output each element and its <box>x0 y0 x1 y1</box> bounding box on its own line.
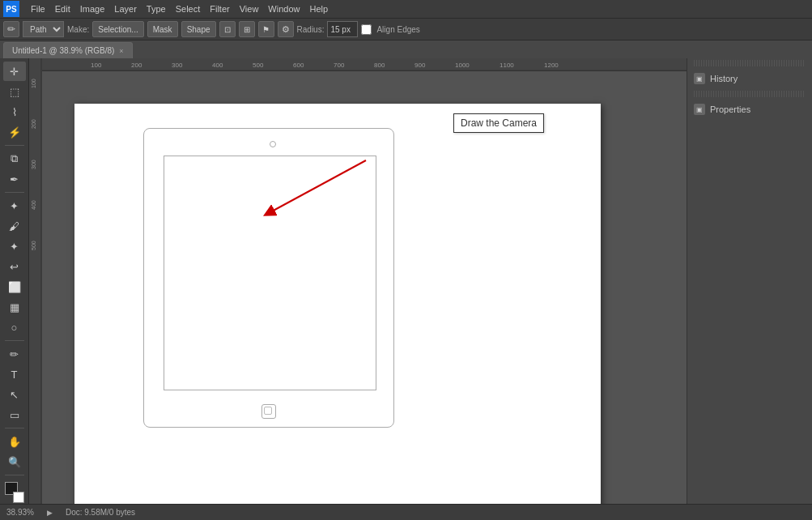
logo-text: PS <box>6 5 16 14</box>
canvas-inner: Draw the Camera <box>42 71 687 504</box>
lasso-tool-btn[interactable]: ⌇ <box>3 102 26 121</box>
properties-panel-header[interactable]: ▣ Properties <box>687 99 812 120</box>
panel-drag-history <box>694 60 806 66</box>
svg-text:1100: 1100 <box>500 62 514 69</box>
ruler-h-svg: 100 200 300 400 500 600 700 800 900 1000… <box>42 58 687 71</box>
options-bar: ✏ Path Make: Selection... Mask Shape ⊡ ⊞… <box>0 18 812 40</box>
path-select-tool-btn[interactable]: ↖ <box>3 385 26 404</box>
color-swatches <box>3 482 26 503</box>
svg-text:400: 400 <box>212 62 223 69</box>
gradient-tool-btn[interactable]: ▦ <box>3 297 26 317</box>
quick-select-tool-btn[interactable]: ⚡ <box>3 122 26 142</box>
tool-separator-5 <box>5 475 24 475</box>
svg-text:700: 700 <box>334 62 345 69</box>
flag-icon[interactable]: ⚑ <box>258 21 274 37</box>
menu-layer[interactable]: Layer <box>109 2 142 15</box>
background-color[interactable] <box>13 492 24 503</box>
clone-stamp-tool-btn[interactable]: ✦ <box>3 237 26 256</box>
move-tool-btn[interactable]: ✛ <box>3 62 26 81</box>
tab-close-btn[interactable]: × <box>119 47 123 55</box>
dodge-tool-btn[interactable]: ○ <box>3 318 26 337</box>
tool-icon: ✏ <box>3 21 19 37</box>
svg-text:600: 600 <box>293 62 304 69</box>
svg-text:300: 300 <box>31 160 36 169</box>
menu-window[interactable]: Window <box>263 2 304 15</box>
eraser-tool-btn[interactable]: ⬜ <box>3 277 26 296</box>
callout-text: Draw the Camera <box>461 117 537 129</box>
align-edges-checkbox[interactable] <box>361 24 372 35</box>
tablet-home-button <box>261 404 276 419</box>
rectangle-shape-tool-btn[interactable]: ▭ <box>3 405 26 424</box>
svg-text:100: 100 <box>91 62 102 69</box>
svg-text:400: 400 <box>31 200 36 210</box>
tool-separator-2 <box>5 192 24 193</box>
right-panel: ▣ History ▣ Properties <box>687 58 812 504</box>
canvas-area[interactable]: 100 200 300 400 500 600 700 800 900 1000… <box>29 58 687 504</box>
canvas-document[interactable]: Draw the Camera <box>74 104 601 504</box>
svg-text:1200: 1200 <box>544 62 559 69</box>
menu-image[interactable]: Image <box>75 2 110 15</box>
horizontal-ruler: 100 200 300 400 500 600 700 800 900 1000… <box>42 58 687 71</box>
tool-separator-4 <box>5 428 24 428</box>
shape-btn[interactable]: Shape <box>181 21 216 37</box>
radius-input[interactable] <box>327 21 358 37</box>
crop-tool-btn[interactable]: ⧉ <box>3 149 26 168</box>
svg-text:100: 100 <box>31 79 36 88</box>
menu-help[interactable]: Help <box>304 2 333 15</box>
svg-text:500: 500 <box>253 62 264 69</box>
left-toolbar: ✛ ⬚ ⌇ ⚡ ⧉ ✒ ✦ 🖌 ✦ ↩ ⬜ ▦ ○ ✏ T ↖ ▭ ✋ 🔍 <box>0 58 29 504</box>
align-edges-label: Align Edges <box>376 25 419 34</box>
svg-text:200: 200 <box>31 119 36 129</box>
menu-select[interactable]: Select <box>171 2 206 15</box>
tab-bar: Untitled-1 @ 38.9% (RGB/8) × <box>0 40 812 58</box>
vertical-ruler: 100 200 300 400 500 <box>29 58 42 504</box>
history-brush-tool-btn[interactable]: ↩ <box>3 257 26 276</box>
path-mode-select[interactable]: Path <box>23 21 64 37</box>
tablet-wireframe <box>143 128 394 428</box>
hand-tool-btn[interactable]: ✋ <box>3 432 26 451</box>
type-tool-btn[interactable]: T <box>3 364 26 384</box>
gear-icon[interactable]: ⚙ <box>278 21 294 37</box>
history-icon: ▣ <box>694 73 705 84</box>
tool-separator-1 <box>5 145 24 146</box>
menu-view[interactable]: View <box>235 2 264 15</box>
history-label: History <box>710 74 738 83</box>
menu-filter[interactable]: Filter <box>205 2 234 15</box>
ps-logo: PS <box>3 1 19 17</box>
svg-text:800: 800 <box>374 62 385 69</box>
radius-label: Radius: <box>297 25 325 34</box>
svg-text:900: 900 <box>415 62 426 69</box>
zoom-level: 38.93% <box>6 508 34 517</box>
tool-separator-3 <box>5 340 24 341</box>
align-icon[interactable]: ⊞ <box>239 21 255 37</box>
svg-text:500: 500 <box>31 241 36 250</box>
main-area: ✛ ⬚ ⌇ ⚡ ⧉ ✒ ✦ 🖌 ✦ ↩ ⬜ ▦ ○ ✏ T ↖ ▭ ✋ 🔍 <box>0 58 812 504</box>
healing-tool-btn[interactable]: ✦ <box>3 196 26 215</box>
properties-label: Properties <box>710 104 750 114</box>
tablet-camera-hole <box>270 141 276 147</box>
menu-type[interactable]: Type <box>142 2 171 15</box>
doc-info: Doc: 9.58M/0 bytes <box>66 508 135 517</box>
transform-icon[interactable]: ⊡ <box>219 21 236 37</box>
status-arrow-btn[interactable]: ▶ <box>47 509 53 517</box>
pen-tool-btn[interactable]: ✏ <box>3 344 26 364</box>
tablet-home-inner <box>264 407 272 415</box>
callout-box: Draw the Camera <box>453 113 544 133</box>
menu-edit[interactable]: Edit <box>50 2 75 15</box>
document-tab[interactable]: Untitled-1 @ 38.9% (RGB/8) × <box>3 42 133 58</box>
zoom-tool-btn[interactable]: 🔍 <box>3 452 26 471</box>
make-selection-btn[interactable]: Selection... <box>92 21 143 37</box>
status-bar: 38.93% ▶ Doc: 9.58M/0 bytes <box>0 504 812 520</box>
mask-btn[interactable]: Mask <box>147 21 178 37</box>
tab-title: Untitled-1 @ 38.9% (RGB/8) <box>12 46 114 55</box>
svg-text:200: 200 <box>131 62 142 69</box>
eyedropper-tool-btn[interactable]: ✒ <box>3 169 26 189</box>
properties-icon: ▣ <box>694 104 705 115</box>
menu-file[interactable]: File <box>26 2 50 15</box>
brush-tool-btn[interactable]: 🖌 <box>3 216 26 236</box>
rectangle-select-tool-btn[interactable]: ⬚ <box>3 82 26 101</box>
history-panel-header[interactable]: ▣ History <box>687 68 812 89</box>
tablet-screen <box>164 156 376 390</box>
ruler-v-svg: 100 200 300 400 500 <box>29 58 42 504</box>
canvas-container[interactable]: Draw the Camera <box>42 71 687 504</box>
